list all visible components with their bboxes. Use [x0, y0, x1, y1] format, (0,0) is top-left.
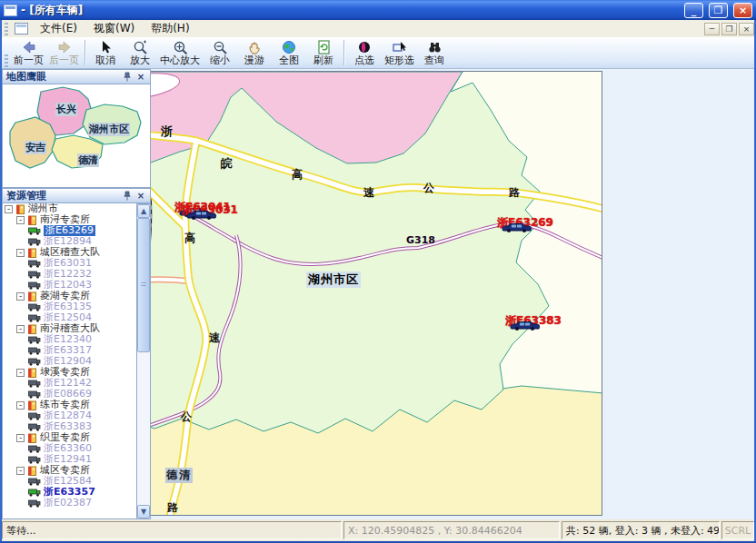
- map-label: 速: [209, 331, 220, 346]
- vehicle-icon: [28, 302, 41, 311]
- overview-panel: 地图鹰眼 × 长兴湖州市区安吉德清: [2, 69, 151, 188]
- refresh-button[interactable]: 刷新: [306, 39, 341, 67]
- restore-button[interactable]: ❐: [709, 3, 728, 18]
- point-select-button[interactable]: 点选: [347, 39, 382, 67]
- tree-scrollbar[interactable]: ▲ ▼: [137, 203, 151, 519]
- org-icon: [27, 433, 37, 443]
- org-icon: [27, 466, 37, 476]
- binoculars-icon: [427, 40, 443, 54]
- vehicle-icon: [28, 455, 41, 464]
- expand-toggle[interactable]: -: [16, 467, 25, 475]
- tree-label: 浙E02387: [44, 498, 92, 508]
- map-label: 湖州市区: [306, 272, 361, 288]
- back-arrow-icon: [21, 40, 37, 54]
- cancel-button[interactable]: 取消: [88, 39, 123, 67]
- app-icon: [4, 5, 17, 16]
- resource-panel: 资源管理 × -湖州市-南浔专卖所浙E63269浙E12894-城区稽查大队浙E…: [2, 188, 151, 519]
- status-bar: 等待... X: 120.45904825 , Y: 30.84466204 共…: [0, 519, 756, 541]
- resource-panel-body: -湖州市-南浔专卖所浙E63269浙E12894-城区稽查大队浙E63031浙E…: [2, 203, 151, 519]
- status-vehicle-counts: 共: 52 辆, 登入: 3 辆 , 未登入: 49 辆: [562, 521, 720, 539]
- rect-select-icon: [392, 40, 408, 54]
- window-frame-left: [0, 20, 2, 543]
- vehicle-icon: [28, 226, 41, 235]
- expand-toggle[interactable]: -: [16, 216, 25, 224]
- mdi-restore-button[interactable]: ❐: [721, 23, 737, 35]
- org-icon: [15, 204, 25, 214]
- menu-file[interactable]: 文件(E): [32, 19, 85, 38]
- expand-toggle[interactable]: -: [16, 401, 25, 410]
- menu-help[interactable]: 帮助(H): [143, 19, 197, 38]
- pan-button[interactable]: 漫游: [237, 39, 272, 67]
- vehicle-icon: [28, 411, 41, 420]
- vehicle-icon: [28, 237, 41, 246]
- expand-toggle[interactable]: -: [16, 325, 25, 333]
- vehicle-icon: [28, 390, 41, 399]
- vehicle-icon: [28, 281, 41, 290]
- org-icon: [27, 291, 37, 301]
- overview-map[interactable]: 长兴湖州市区安吉德清: [2, 84, 151, 188]
- vehicle-marker[interactable]: 浙E63031: [182, 200, 238, 218]
- expand-toggle[interactable]: -: [5, 205, 13, 213]
- prev-page-button[interactable]: 前一页: [11, 39, 46, 67]
- mdi-close-button[interactable]: ×: [739, 23, 754, 35]
- menu-window[interactable]: 视窗(W): [85, 19, 143, 38]
- scroll-thumb[interactable]: [137, 218, 150, 352]
- vehicle-marker[interactable]: 浙E63383: [505, 311, 562, 329]
- hand-icon: [247, 40, 262, 54]
- overview-close-icon[interactable]: ×: [135, 72, 146, 83]
- map-label: 浙: [161, 123, 173, 140]
- status-scrl-indicator: SCRL: [721, 521, 754, 539]
- query-button[interactable]: 查询: [417, 39, 452, 67]
- vehicle-icon: [28, 313, 41, 322]
- org-icon: [27, 400, 37, 410]
- expand-toggle[interactable]: -: [16, 434, 25, 442]
- toolbar-grip[interactable]: [5, 54, 8, 67]
- map-label: 路: [509, 185, 520, 201]
- vehicle-icon: [28, 499, 41, 508]
- pin-icon[interactable]: [122, 191, 133, 202]
- button-label: 点选: [354, 55, 374, 66]
- scroll-down-button[interactable]: ▼: [137, 505, 150, 518]
- button-label: 查询: [424, 55, 444, 66]
- vehicle-marker[interactable]: 浙E63269: [497, 212, 553, 231]
- expand-toggle[interactable]: -: [16, 292, 25, 301]
- resource-panel-title: 资源管理: [6, 189, 119, 202]
- button-label: 中心放大: [160, 55, 200, 66]
- vehicle-icon: [28, 444, 41, 453]
- vehicle-icon: [28, 422, 41, 431]
- center-zoom-icon: [173, 40, 188, 54]
- vehicle-icon: [28, 346, 41, 355]
- vehicle-icon: [28, 488, 41, 497]
- overview-panel-header: 地图鹰眼 ×: [2, 69, 151, 84]
- scroll-up-button[interactable]: ▲: [137, 204, 150, 218]
- full-map-button[interactable]: 全图: [272, 39, 306, 67]
- resource-close-icon[interactable]: ×: [135, 191, 146, 202]
- vehicle-icon: [28, 379, 41, 388]
- map-label: 皖: [221, 155, 233, 172]
- tree-vehicle-row[interactable]: 浙E02387: [3, 498, 136, 508]
- pin-icon[interactable]: [122, 72, 133, 83]
- map-label: 路: [167, 500, 178, 516]
- button-label: 全图: [279, 55, 299, 66]
- close-button[interactable]: ×: [733, 3, 752, 18]
- vehicle-icon: [28, 357, 41, 366]
- menubar-grip[interactable]: [5, 23, 8, 35]
- minimize-button[interactable]: _: [684, 3, 703, 18]
- mdi-minimize-button[interactable]: ─: [704, 23, 720, 35]
- center-zoom-button[interactable]: 中心放大: [157, 39, 203, 67]
- button-label: 漫游: [244, 55, 264, 66]
- status-coordinates: X: 120.45904825 , Y: 30.84466204: [343, 521, 560, 539]
- vehicle-icon: [28, 477, 41, 486]
- vehicle-car-icon: [509, 320, 542, 331]
- vehicle-icon: [28, 335, 41, 344]
- expand-toggle[interactable]: -: [16, 249, 25, 257]
- cursor-icon: [98, 40, 113, 54]
- button-label: 矩形选: [384, 55, 414, 66]
- forward-arrow-icon: [56, 40, 73, 54]
- rect-select-button[interactable]: 矩形选: [382, 39, 417, 67]
- button-label: 放大: [130, 55, 150, 66]
- expand-toggle[interactable]: -: [16, 369, 25, 377]
- button-label: 缩小: [210, 55, 230, 66]
- zoom-in-button[interactable]: 放大: [123, 39, 157, 67]
- zoom-out-button[interactable]: 缩小: [203, 39, 237, 67]
